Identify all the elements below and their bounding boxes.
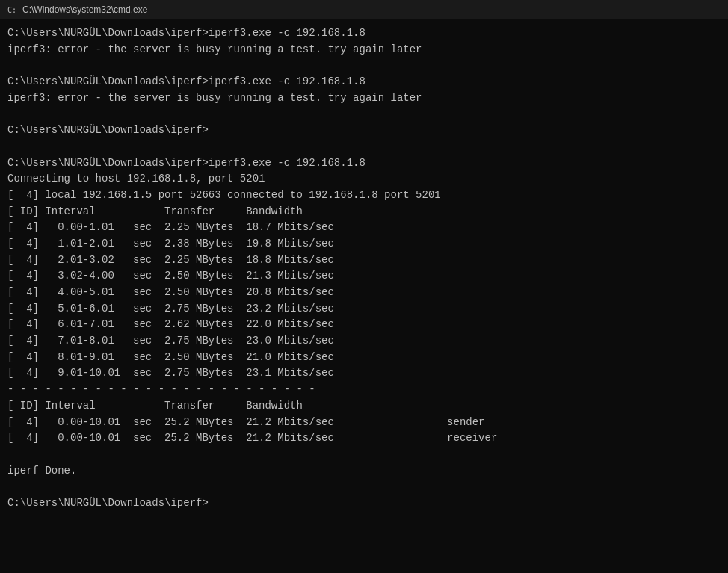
terminal-line: [ 4] 1.01-2.01 sec 2.38 MBytes 19.8 Mbit… [7,236,721,253]
terminal-line: [ ID] Interval Transfer Bandwidth [7,398,721,415]
terminal-line: [ 4] 8.01-9.01 sec 2.50 MBytes 21.0 Mbit… [7,350,721,366]
terminal-line [7,106,721,123]
terminal-line: [ 4] 0.00-10.01 sec 25.2 MBytes 21.2 Mbi… [7,430,721,447]
terminal-line: C:\Users\NURGÜL\Downloads\iperf>iperf3.e… [7,25,721,42]
terminal-line: iperf3: error - the server is busy runni… [7,90,721,107]
terminal-line: [ 4] 0.00-1.01 sec 2.25 MBytes 18.7 Mbit… [7,220,721,236]
terminal-line: [ 4] 2.01-3.02 sec 2.25 MBytes 18.8 Mbit… [7,253,721,269]
terminal-line: [ 4] 7.01-8.01 sec 2.75 MBytes 23.0 Mbit… [7,333,721,350]
title-bar-text: C:\Windows\system32\cmd.exe [22,4,147,15]
terminal-line: [ 4] 3.02-4.00 sec 2.50 MBytes 21.3 Mbit… [7,268,721,285]
terminal-line: - - - - - - - - - - - - - - - - - - - - … [7,382,721,398]
terminal-line: Connecting to host 192.168.1.8, port 520… [7,171,721,188]
terminal-line: [ 4] 6.01-7.01 sec 2.62 MBytes 22.0 Mbit… [7,317,721,333]
terminal-line: [ 4] 5.01-6.01 sec 2.75 MBytes 23.2 Mbit… [7,301,721,318]
terminal-line: C:\Users\NURGÜL\Downloads\iperf>iperf3.e… [7,155,721,172]
cmd-icon: C:\ [6,4,18,16]
terminal-line: iperf Done. [7,463,721,480]
terminal-window: C:\Users\NURGÜL\Downloads\iperf>iperf3.e… [0,19,728,573]
terminal-line [7,447,721,463]
svg-text:C:\: C:\ [7,6,17,14]
terminal-line: iperf3: error - the server is busy runni… [7,42,721,58]
terminal-line: [ 4] 9.01-10.01 sec 2.75 MBytes 23.1 Mbi… [7,365,721,382]
terminal-line: [ 4] 4.00-5.01 sec 2.50 MBytes 20.8 Mbit… [7,285,721,301]
terminal-line: C:\Users\NURGÜL\Downloads\iperf> [7,123,721,139]
terminal-line [7,58,721,74]
terminal-line [7,139,721,155]
title-bar: C:\ C:\Windows\system32\cmd.exe [0,0,728,19]
terminal-line: C:\Users\NURGÜL\Downloads\iperf>iperf3.e… [7,74,721,90]
terminal-line: [ 4] local 192.168.1.5 port 52663 connec… [7,188,721,204]
terminal-line: [ ID] Interval Transfer Bandwidth [7,204,721,220]
terminal-line [7,479,721,495]
terminal-line: C:\Users\NURGÜL\Downloads\iperf> [7,495,721,512]
terminal-line: [ 4] 0.00-10.01 sec 25.2 MBytes 21.2 Mbi… [7,415,721,431]
